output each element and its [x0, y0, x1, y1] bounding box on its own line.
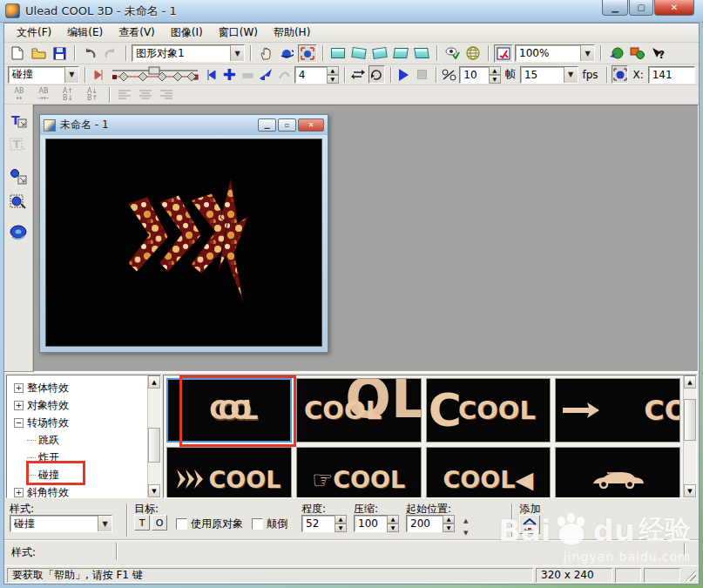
view-persp2-button[interactable] [412, 44, 431, 63]
spin-down-icon[interactable]: ▼ [335, 524, 347, 532]
frame-spinner[interactable]: 10 ▲▼ [459, 66, 501, 84]
view-persp1-button[interactable] [391, 44, 410, 63]
thumb-collide-4[interactable]: CO [555, 378, 680, 443]
save-button[interactable] [50, 44, 69, 63]
render-canvas[interactable] [45, 139, 322, 347]
first-frame-button[interactable] [91, 65, 107, 84]
reverse-keyframes-button[interactable] [258, 65, 274, 84]
expand-icon[interactable]: + [14, 401, 24, 410]
tree-item-explode[interactable]: 炸开 [7, 449, 147, 466]
spin-up-icon[interactable]: ▲ [335, 515, 347, 524]
menu-view[interactable]: 查看(V) [112, 24, 162, 42]
tree-item-object[interactable]: +对象特效 [7, 396, 147, 414]
tree-item-transition[interactable]: −转场特效 [7, 414, 147, 431]
thumb-collide-8[interactable] [555, 447, 680, 497]
close-button[interactable]: ✕ [654, 0, 694, 16]
view-front-button[interactable] [328, 44, 348, 63]
add-keyframe-button[interactable]: ✚ [221, 65, 238, 84]
style-selector[interactable]: 碰撞 ▼ [10, 515, 112, 532]
object-selector[interactable]: 图形对象1 ▼ [132, 44, 245, 62]
insert-object-button[interactable] [7, 166, 30, 187]
loop-repeat-button[interactable] [368, 65, 385, 84]
scroll-track[interactable] [684, 389, 696, 484]
align-right-button[interactable] [157, 85, 176, 104]
loop-pingpong-button[interactable] [350, 65, 367, 84]
scroll-down-icon[interactable]: ▼ [148, 484, 160, 497]
spinner-arrows[interactable]: ▲▼ [335, 515, 347, 532]
x-input[interactable]: 141 [648, 66, 695, 84]
minimize-button[interactable]: ▁ [602, 0, 628, 16]
spinner-arrows[interactable]: ▲▼ [489, 66, 501, 84]
view-top-button[interactable] [349, 44, 368, 63]
tree-item-jump[interactable]: 跳跃 [7, 431, 147, 449]
thumb-collide-7[interactable]: COOL◀ [426, 447, 551, 497]
thumb-collide-3[interactable]: CCOOL [426, 378, 551, 443]
target-text-button[interactable]: T [134, 515, 150, 531]
nudge-up-icon[interactable]: ▲ [463, 517, 468, 524]
menu-help[interactable]: 帮助(H) [267, 24, 317, 42]
spin-down-icon[interactable]: ▼ [443, 524, 455, 532]
remove-keyframe-button[interactable]: ▬ [240, 65, 256, 84]
spin-down-icon[interactable]: ▼ [387, 524, 399, 532]
spinner-arrows[interactable]: ▲▼ [443, 515, 455, 532]
thumb-collide-6[interactable]: ☞COOL [296, 447, 422, 497]
clipart-library-button[interactable] [7, 221, 30, 243]
menu-image[interactable]: 图像(I) [164, 24, 210, 42]
spin-down-icon[interactable]: ▼ [327, 75, 339, 84]
insert-text-button[interactable]: T [7, 110, 30, 132]
export-image-button[interactable] [627, 44, 646, 63]
stop-button[interactable] [414, 65, 430, 84]
menu-file[interactable]: 文件(F) [10, 24, 58, 42]
document-window[interactable]: 未命名 - 1 ▁ ▫ ✕ [39, 114, 328, 353]
expand-icon[interactable]: + [14, 383, 24, 393]
kerning-condense-button[interactable]: AB→← [32, 85, 55, 104]
kerning-expand-button[interactable]: AB↔ [8, 85, 30, 104]
thumb-collide-5[interactable]: COOL [166, 447, 292, 497]
fit-selection-button[interactable] [298, 44, 317, 63]
redo-button[interactable] [101, 44, 120, 63]
nudge-arrows[interactable]: ▲▼ [463, 517, 468, 537]
doc-close-button[interactable]: ✕ [298, 118, 324, 132]
timeline-slider[interactable] [111, 66, 199, 84]
preview-quality-button[interactable] [443, 44, 462, 63]
edit-object-button[interactable] [7, 190, 30, 212]
use-original-checkbox[interactable] [176, 518, 187, 530]
edit-text-button[interactable]: T [7, 134, 30, 156]
edit-mode-toggle[interactable] [494, 44, 513, 63]
tree-scrollbar[interactable]: ▲ ▼ [147, 375, 160, 497]
gallery-scrollbar[interactable]: ▲ ▼ [683, 375, 696, 497]
align-left-button[interactable] [115, 85, 134, 104]
spin-up-icon[interactable]: ▲ [387, 515, 399, 524]
flip-checkbox-row[interactable]: 颠倒 [252, 517, 287, 531]
add-effect-button[interactable] [519, 515, 540, 534]
baseline-raise-button[interactable]: A↑B↓ [57, 85, 79, 104]
compress-spinner[interactable]: 100 ▲▼ [354, 515, 399, 532]
expand-icon[interactable]: + [14, 488, 24, 497]
tree-item-global[interactable]: +整体特效 [7, 379, 147, 396]
wireframe-button[interactable] [463, 44, 483, 63]
last-frame-button[interactable] [203, 65, 220, 84]
resize-grip[interactable] [685, 570, 696, 581]
play-button[interactable] [395, 65, 412, 84]
scroll-up-icon[interactable]: ▲ [684, 375, 696, 389]
doc-restore-button[interactable]: ▫ [278, 118, 296, 132]
target-object-button[interactable]: O [152, 515, 167, 531]
scroll-thumb[interactable] [684, 399, 696, 441]
export-web-button[interactable] [606, 44, 625, 63]
thumb-collide-2[interactable]: COOLOL [296, 378, 422, 443]
baseline-lower-button[interactable]: A↓B↑ [81, 85, 104, 104]
scroll-up-icon[interactable]: ▲ [148, 375, 160, 389]
open-button[interactable] [29, 44, 48, 63]
context-help-button[interactable]: ? [648, 44, 667, 63]
maximize-button[interactable]: ▢ [629, 0, 653, 16]
position-mode-button[interactable] [612, 65, 628, 84]
use-original-checkbox-row[interactable]: 使用原对象 [176, 517, 243, 531]
spinner-arrows[interactable]: ▲▼ [327, 66, 339, 84]
flip-checkbox[interactable] [252, 518, 263, 530]
rotate-tool-button[interactable] [277, 44, 296, 63]
tree-item-bevel[interactable]: +斜角特效 [7, 483, 147, 497]
new-button[interactable] [8, 44, 27, 63]
degree-spinner[interactable]: 52 ▲▼ [301, 515, 347, 532]
spin-up-icon[interactable]: ▲ [443, 515, 455, 524]
menu-window[interactable]: 窗口(W) [212, 24, 265, 42]
